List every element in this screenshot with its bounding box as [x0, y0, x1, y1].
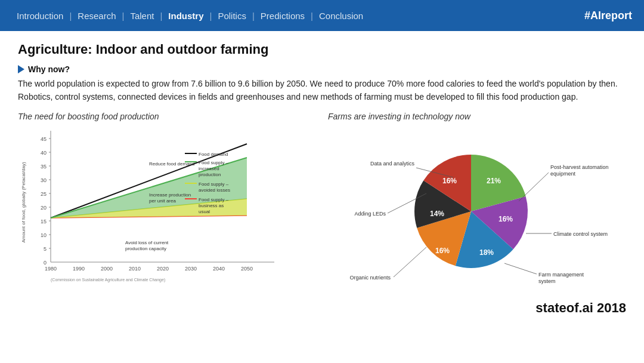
label-data-analytics: Data and analytics — [370, 161, 415, 167]
line-chart-container: The need for boosting food production 0 … — [18, 112, 316, 292]
nav-bar: Introduction | Research | Talent | Indus… — [12, 11, 368, 21]
svg-text:Food demand: Food demand — [199, 152, 228, 157]
svg-text:2010: 2010 — [129, 266, 141, 272]
pct-data-analytics: 21% — [487, 177, 501, 185]
page-title: Agriculture: Indoor and outdoor farming — [18, 42, 626, 57]
nav-item-industry[interactable]: Industry — [163, 11, 208, 21]
svg-text:35: 35 — [41, 164, 47, 170]
nav-item-introduction[interactable]: Introduction — [12, 11, 68, 21]
label-organic-nutrients: Organic nutrients — [349, 275, 391, 281]
svg-text:Increase production: Increase production — [149, 192, 191, 198]
svg-text:2000: 2000 — [101, 266, 113, 272]
svg-text:per unit area: per unit area — [149, 198, 176, 204]
svg-text:10: 10 — [41, 232, 47, 238]
svg-text:5: 5 — [44, 246, 47, 252]
why-now-heading: Why now? — [18, 64, 626, 74]
why-now-text: The world population is expected to grow… — [18, 78, 626, 103]
svg-line-61 — [394, 247, 426, 277]
footer-logo: stateof.ai 2018 — [0, 300, 644, 316]
svg-text:increased: increased — [199, 166, 219, 171]
nav-item-politics[interactable]: Politics — [213, 11, 251, 21]
pct-post-harvest: 16% — [499, 215, 513, 223]
arrow-icon — [18, 65, 24, 73]
charts-row: The need for boosting food production 0 … — [18, 112, 626, 292]
line-chart-title: The need for boosting food production — [18, 112, 316, 121]
svg-text:avoided losses: avoided losses — [199, 187, 230, 193]
svg-text:Food supply –: Food supply – — [199, 197, 229, 202]
svg-text:Food supply –: Food supply – — [199, 182, 229, 187]
pie-chart-container: Farms are investing in technology now — [328, 112, 626, 292]
svg-text:Food supply –: Food supply – — [199, 160, 229, 165]
svg-text:equipment: equipment — [550, 171, 576, 177]
svg-text:2020: 2020 — [157, 266, 169, 272]
svg-text:1980: 1980 — [45, 266, 57, 272]
pct-farm-management: 16% — [435, 247, 450, 255]
svg-text:2040: 2040 — [213, 266, 225, 272]
svg-text:Amount of food, globally (Peta: Amount of food, globally (Petacal/day) — [21, 162, 26, 243]
svg-text:business as: business as — [199, 203, 224, 208]
nav-item-conclusion[interactable]: Conclusion — [314, 11, 368, 21]
main-content: Agriculture: Indoor and outdoor farming … — [0, 31, 644, 298]
svg-text:15: 15 — [41, 219, 47, 224]
label-adding-leds: Adding LEDs — [354, 211, 386, 217]
svg-line-56 — [519, 173, 549, 201]
nav-item-research[interactable]: Research — [73, 11, 120, 21]
pct-climate-control: 18% — [479, 248, 494, 257]
svg-text:25: 25 — [41, 191, 47, 197]
line-chart-wrapper: 0 5 10 15 20 25 30 — [18, 125, 304, 292]
label-post-harvest: Post-harvest automation — [550, 164, 609, 170]
svg-text:0: 0 — [44, 260, 47, 266]
svg-text:system: system — [538, 278, 556, 284]
svg-text:production capacity: production capacity — [125, 246, 166, 251]
line-chart-svg: 0 5 10 15 20 25 30 — [18, 125, 292, 286]
svg-text:45: 45 — [41, 136, 47, 142]
pie-chart-svg: 21% 16% 18% 16% 14% 16% Data and analyti… — [328, 125, 614, 292]
pie-chart-title: Farms are investing in technology now — [328, 112, 626, 121]
why-now-section: Why now? The world population is expecte… — [18, 64, 626, 103]
svg-text:30: 30 — [41, 177, 47, 183]
label-farm-management: Farm management — [538, 272, 584, 278]
svg-line-59 — [504, 263, 537, 274]
label-climate-control: Climate control system — [553, 231, 608, 237]
svg-text:(Commission on Sustainable Agr: (Commission on Sustainable Agriculture a… — [51, 278, 165, 282]
hashtag-logo: #AIreport — [584, 10, 632, 22]
nav-item-predictions[interactable]: Predictions — [256, 11, 309, 21]
svg-text:1990: 1990 — [73, 266, 85, 272]
header: Introduction | Research | Talent | Indus… — [0, 0, 644, 31]
svg-text:2050: 2050 — [241, 266, 253, 272]
pie-chart-wrapper: 21% 16% 18% 16% 14% 16% Data and analyti… — [328, 125, 614, 292]
svg-text:Avoid loss of current: Avoid loss of current — [125, 240, 169, 245]
svg-text:40: 40 — [41, 150, 47, 156]
pct-adding-leds: 16% — [442, 177, 457, 185]
svg-text:usual: usual — [199, 209, 210, 214]
svg-text:20: 20 — [41, 205, 47, 211]
nav-item-talent[interactable]: Talent — [125, 11, 159, 21]
svg-text:2030: 2030 — [185, 266, 197, 272]
pct-organic-nutrients: 14% — [430, 210, 444, 218]
svg-text:production: production — [199, 172, 221, 177]
